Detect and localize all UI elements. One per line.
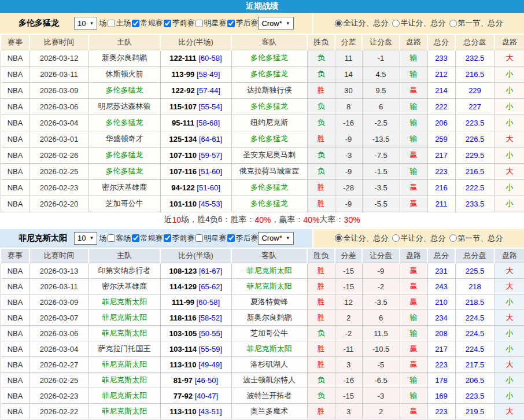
total-line-cell: 223.5 [455,115,495,131]
odds-view-radio-input[interactable] [335,234,342,242]
filter-checkbox[interactable]: 常规赛 [131,233,163,244]
handicap-line-cell: -2 [362,279,400,294]
total-line-cell: 218 [455,279,495,294]
half-score: [45-53] [199,200,222,208]
over-under-cell: 小 [495,82,524,98]
team-name: 多伦多猛龙 [19,18,74,28]
bookmaker-select[interactable]: Crow* ▼ [258,17,293,30]
total-points-cell: 208 [427,326,455,341]
total-line-cell: 219.5 [455,404,495,419]
total-line-cell: 225.5 [455,263,495,279]
league-cell: NBA [1,310,29,326]
filter-checkbox[interactable]: 客场 [106,233,131,244]
filter-checkbox-input[interactable] [132,234,139,242]
filter-checkbox[interactable]: 季后赛 [226,18,258,28]
handicap-line-cell: -6.5 [362,373,400,388]
filter-checkbox-input[interactable] [108,234,115,242]
handicap-result-cell: 输 [400,98,427,115]
odds-view-radio[interactable]: 第一节、总分 [449,18,503,28]
filter-checkbox-input[interactable] [227,20,235,27]
filter-checkbox-label: 客场 [116,233,131,244]
results-table-body: NBA 2026-03-13 印第安纳步行者 108-123 [61-67] 菲… [1,263,524,419]
games-count-value: 10 [78,19,86,28]
point-diff-cell: 11 [335,50,362,66]
score-cell: 122-111 [60-58] [160,50,231,66]
point-diff-cell: 8 [335,98,362,115]
odds-view-radio-input[interactable] [392,20,400,27]
filter-checkbox-label: 季前赛 [172,233,194,244]
filter-checkbox-input[interactable] [164,234,171,242]
filter-checkbox-label: 常规赛 [140,233,163,244]
result-cell: 胜 [307,263,335,279]
games-count-select[interactable]: 10 ▼ [74,17,97,30]
page-title: 近期战绩 [0,0,524,13]
total-points-cell: 212 [427,66,455,82]
handicap-line-cell: -3.5 [362,294,400,310]
filter-checkbox[interactable]: 常规赛 [131,18,163,28]
odds-view-radio[interactable]: 半让分、总分 [392,233,446,244]
filter-checkbox[interactable]: 主场 [106,18,131,28]
total-points-cell: 233 [427,50,455,66]
handicap-result-cell: 赢 [400,196,427,212]
date-cell: 2026-03-11 [29,66,88,82]
total-points-cell: 243 [427,279,455,294]
filter-checkbox-input[interactable] [227,234,235,242]
odds-view-radio[interactable]: 全让分、总分 [335,18,389,28]
filter-checkbox[interactable]: 季后赛 [226,233,258,244]
total-points-cell: 223 [427,163,455,179]
score-cell: 113-99 [58-49] [160,66,231,82]
point-diff-cell: 12 [335,294,362,310]
odds-view-radio-input[interactable] [449,20,457,27]
games-count-select[interactable]: 10 ▼ [74,232,97,245]
half-score: [64-61] [199,135,222,143]
summary-segment: 大率： [320,215,344,225]
filter-checkbox-input[interactable] [195,234,203,242]
half-score: [59-57] [199,151,222,160]
total-points-cell: 223 [427,357,455,373]
filter-checkbox[interactable]: 明星赛 [194,18,226,28]
odds-view-radio[interactable]: 第一节、总分 [449,233,503,244]
score-cell: 77-92 [40-47] [160,388,231,404]
total-line-cell: 224.5 [455,326,495,341]
odds-view-radio-input[interactable] [449,234,457,242]
filter-checkbox-input[interactable] [195,20,203,27]
date-cell: 2026-02-26 [29,147,88,163]
odds-view-radio[interactable]: 半让分、总分 [392,18,446,28]
column-header: 盘路 [495,34,524,50]
league-cell: NBA [1,98,29,115]
odds-view-radio-input[interactable] [335,20,342,27]
odds-view-radio-input[interactable] [392,234,400,242]
filter-checkbox[interactable]: 明星赛 [194,233,226,244]
filter-checkbox[interactable]: 季前赛 [163,18,194,28]
score-cell: 103-105 [50-55] [160,326,231,341]
column-header: 分差 [335,248,362,263]
league-cell: NBA [1,163,29,179]
filter-checkbox-label: 主场 [116,18,131,28]
filter-checkbox-label: 季后赛 [235,233,258,244]
handicap-result-cell: 输 [400,66,427,82]
handicap-result-cell: 赢 [400,263,427,279]
filter-checkbox-input[interactable] [164,20,171,27]
total-points-cell: 210 [427,294,455,310]
final-score: 95-111 [172,119,194,127]
half-score: [46-50] [195,376,218,385]
total-points-cell: 222 [427,98,455,115]
over-under-cell: 小 [495,326,524,341]
filter-checkbox-input[interactable] [132,20,139,27]
league-cell: NBA [1,66,29,82]
score-cell: 113-110 [43-51] [160,404,231,419]
table-row: NBA 2026-03-11 休斯顿火箭 113-99 [58-49] 多伦多猛… [1,66,524,82]
filter-checkbox[interactable]: 季前赛 [163,233,194,244]
league-cell: NBA [1,196,29,212]
odds-view-radio[interactable]: 全让分、总分 [335,233,389,244]
filter-checkbox-input[interactable] [108,20,115,27]
score-cell: 114-129 [65-62] [160,279,231,294]
handicap-line-cell: -2.5 [362,115,400,131]
total-line-cell: 217.5 [455,357,495,373]
result-cell: 负 [307,66,335,82]
bookmaker-select[interactable]: Crow* ▼ [258,232,293,245]
league-cell: NBA [1,326,29,341]
total-points-cell: 259 [427,131,455,147]
result-cell: 胜 [307,404,335,419]
result-cell: 负 [307,50,335,66]
